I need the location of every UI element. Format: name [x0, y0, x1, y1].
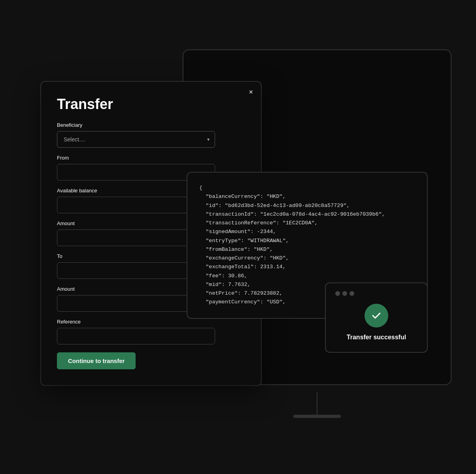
monitor-base [293, 415, 341, 418]
success-checkmark-icon [365, 304, 388, 327]
reference-input[interactable] [57, 328, 215, 344]
json-line-7: "fromBalance": "HKD", [199, 245, 415, 254]
continue-transfer-button[interactable]: Continue to transfer [57, 352, 136, 369]
json-line-10: "fee": 30.86, [199, 272, 415, 280]
json-line-2: "id": "bd62d3bd-52ed-4c13-ad09-ab20c8a57… [199, 201, 415, 210]
dot-1 [335, 291, 340, 296]
beneficiary-select-wrapper: Select.... ▾ [57, 131, 215, 148]
json-line-5: "signedAmount": -2344, [199, 228, 415, 236]
close-button[interactable]: × [249, 88, 253, 96]
reference-group: Reference [57, 319, 245, 344]
json-line-6: "entryType": "WITHDRAWAL", [199, 237, 415, 245]
json-line-3: "transactionId": "1ec2cd0a-078d-4ac4-ac9… [199, 210, 415, 219]
dot-3 [349, 291, 354, 296]
beneficiary-group: Beneficiary Select.... ▾ [57, 122, 245, 148]
dot-2 [342, 291, 347, 296]
from-label: From [57, 155, 245, 161]
window-dots [335, 291, 417, 296]
success-message: Transfer successful [335, 334, 417, 341]
beneficiary-select[interactable]: Select.... [57, 131, 215, 148]
json-opening-brace: { [199, 185, 202, 191]
reference-label: Reference [57, 319, 245, 325]
beneficiary-label: Beneficiary [57, 122, 245, 128]
monitor-stand [317, 392, 317, 416]
json-line-8: "exchangeCurrency": "HKD", [199, 254, 415, 263]
json-line-9: "exchangeTotal": 2313.14, [199, 263, 415, 271]
json-line-1: "balanceCurrency": "HKD", [199, 192, 415, 201]
success-window: Transfer successful [325, 282, 428, 353]
transfer-title: Transfer [57, 96, 245, 113]
json-line-4: "transactionReference": "1EC2CD0A", [199, 219, 415, 228]
